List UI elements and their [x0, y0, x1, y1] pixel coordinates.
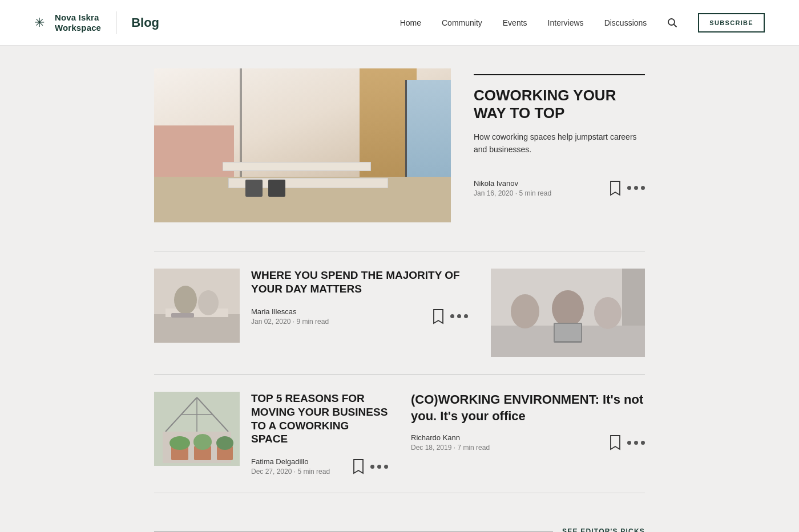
dot-1a[interactable]	[450, 314, 454, 318]
article-4-title: (CO)WORKING ENVIRONMENT: It's not you. I…	[411, 392, 645, 424]
editors-picks-link[interactable]: SEE EDITOR'S PICKS	[562, 527, 645, 532]
nav-home[interactable]: Home	[400, 18, 421, 27]
dot-1d[interactable]	[627, 441, 631, 445]
svg-point-26	[193, 434, 212, 450]
greenhouse-illustration	[154, 392, 240, 466]
article-3-meta: Fatima Delgadillo Dec 27, 2020 · 5 min r…	[251, 457, 388, 476]
article-1-image	[154, 269, 240, 343]
article-4-author-block: Richardo Kann Dec 18, 2019 · 7 min read	[411, 433, 490, 452]
svg-point-11	[552, 290, 584, 327]
nav-interviews[interactable]: Interviews	[548, 18, 584, 27]
featured-date: Jan 16, 2020 · 5 min read	[474, 189, 551, 197]
svg-point-12	[594, 297, 622, 329]
article-1-actions	[432, 308, 468, 324]
article-4-meta: Richardo Kann Dec 18, 2019 · 7 min read	[411, 433, 645, 452]
featured-meta: Nikola Ivanov Jan 16, 2020 · 5 min read	[474, 179, 645, 197]
svg-point-6	[198, 290, 219, 315]
svg-point-25	[170, 436, 190, 450]
svg-point-10	[511, 294, 539, 328]
article-1-thumb	[154, 269, 240, 343]
logo-brand: Nova IskraWorkspace	[55, 13, 101, 33]
article-3-date: Dec 27, 2020 · 5 min read	[251, 468, 330, 476]
logo-text: Nova IskraWorkspace	[55, 13, 101, 33]
article-3-title: TOP 5 REASONS FOR MOVING YOUR BUSINESS T…	[251, 392, 388, 446]
svg-rect-15	[622, 269, 645, 326]
article-3-thumb	[154, 392, 240, 466]
site-header: ✳ Nova IskraWorkspace Blog Home Communit…	[0, 0, 799, 46]
people-desk-illustration	[154, 269, 240, 343]
bookmark-icon-3[interactable]	[352, 458, 365, 474]
subscribe-button[interactable]: SUBSCRIBE	[698, 13, 765, 33]
featured-description: How coworking spaces help jumpstart care…	[474, 131, 645, 156]
article-4-date: Dec 18, 2019 · 7 min read	[411, 444, 490, 452]
article-1-body: WHERE YOU SPEND THE MAJORITY OF YOUR DAY…	[251, 269, 468, 326]
dot-2a[interactable]	[457, 314, 461, 318]
bottom-bar-line	[154, 531, 553, 532]
article-1-author: Maria Illescas	[251, 307, 329, 316]
article-3-author: Fatima Delgadillo	[251, 457, 330, 466]
bottom-bar: SEE EDITOR'S PICKS	[143, 527, 656, 532]
featured-actions	[609, 180, 645, 196]
article-4-author: Richardo Kann	[411, 433, 490, 442]
nav-discussions[interactable]: Discussions	[604, 18, 647, 27]
article-3-body: TOP 5 REASONS FOR MOVING YOUR BUSINESS T…	[251, 392, 388, 476]
featured-title: COWORKING YOUR WAY TO TOP	[474, 87, 645, 122]
svg-rect-7	[171, 313, 194, 318]
article-2-right	[491, 269, 645, 357]
logo-divider	[116, 11, 116, 34]
more-options-4[interactable]	[627, 441, 645, 445]
svg-point-5	[174, 286, 197, 314]
dot-2d[interactable]	[634, 441, 638, 445]
article-row-2: TOP 5 REASONS FOR MOVING YOUR BUSINESS T…	[154, 374, 645, 493]
bookmark-icon-1[interactable]	[432, 308, 445, 324]
more-options-3[interactable]	[370, 465, 388, 469]
featured-article: COWORKING YOUR WAY TO TOP How coworking …	[154, 68, 645, 222]
article-1-author-block: Maria Illescas Jan 02, 2020 · 9 min read	[251, 307, 329, 326]
article-1-date: Jan 02, 2020 · 9 min read	[251, 318, 329, 326]
dot-3d[interactable]	[641, 441, 645, 445]
search-icon[interactable]	[667, 18, 677, 28]
bookmark-icon-4[interactable]	[609, 434, 622, 450]
svg-line-1	[674, 24, 677, 27]
dot-1c[interactable]	[370, 465, 374, 469]
main-nav: Home Community Events Interviews Discuss…	[400, 13, 765, 33]
article-4-actions	[609, 434, 645, 450]
featured-divider	[474, 74, 645, 75]
articles-list: WHERE YOU SPEND THE MAJORITY OF YOUR DAY…	[154, 251, 645, 493]
dot-2c[interactable]	[377, 465, 381, 469]
dot-2[interactable]	[634, 186, 638, 190]
article-1-title: WHERE YOU SPEND THE MAJORITY OF YOUR DAY…	[251, 269, 468, 296]
svg-point-0	[668, 19, 675, 25]
dot-1[interactable]	[627, 186, 631, 190]
article-3-image	[154, 392, 240, 466]
featured-author-block: Nikola Ivanov Jan 16, 2020 · 5 min read	[474, 179, 551, 197]
article-row-1: WHERE YOU SPEND THE MAJORITY OF YOUR DAY…	[154, 251, 645, 374]
featured-image	[154, 68, 451, 222]
article-2-image	[491, 269, 645, 357]
article-1-meta: Maria Illescas Jan 02, 2020 · 9 min read	[251, 307, 468, 326]
dot-3[interactable]	[641, 186, 645, 190]
more-options-1[interactable]	[450, 314, 468, 318]
svg-rect-3	[154, 314, 240, 343]
article-3-author-block: Fatima Delgadillo Dec 27, 2020 · 5 min r…	[251, 457, 330, 476]
article-4-right: (CO)WORKING ENVIRONMENT: It's not you. I…	[411, 392, 645, 452]
featured-content: COWORKING YOUR WAY TO TOP How coworking …	[474, 68, 645, 197]
featured-author: Nikola Ivanov	[474, 179, 551, 188]
more-options[interactable]	[627, 186, 645, 190]
logo-star-icon: ✳	[34, 15, 45, 30]
article-3-actions	[352, 458, 388, 474]
team-illustration	[491, 269, 645, 357]
article-2-thumb	[491, 269, 645, 357]
article-3-left: TOP 5 REASONS FOR MOVING YOUR BUSINESS T…	[154, 392, 388, 476]
nav-community[interactable]: Community	[442, 18, 482, 27]
bookmark-icon[interactable]	[609, 180, 622, 196]
logo-blog: Blog	[131, 15, 159, 30]
article-1-left: WHERE YOU SPEND THE MAJORITY OF YOUR DAY…	[154, 269, 468, 343]
svg-rect-14	[555, 324, 581, 341]
main-content: COWORKING YOUR WAY TO TOP How coworking …	[143, 46, 656, 527]
svg-point-27	[216, 436, 233, 450]
logo-area: ✳ Nova IskraWorkspace Blog	[34, 11, 159, 34]
dot-3c[interactable]	[384, 465, 388, 469]
dot-3a[interactable]	[464, 314, 468, 318]
nav-events[interactable]: Events	[503, 18, 527, 27]
